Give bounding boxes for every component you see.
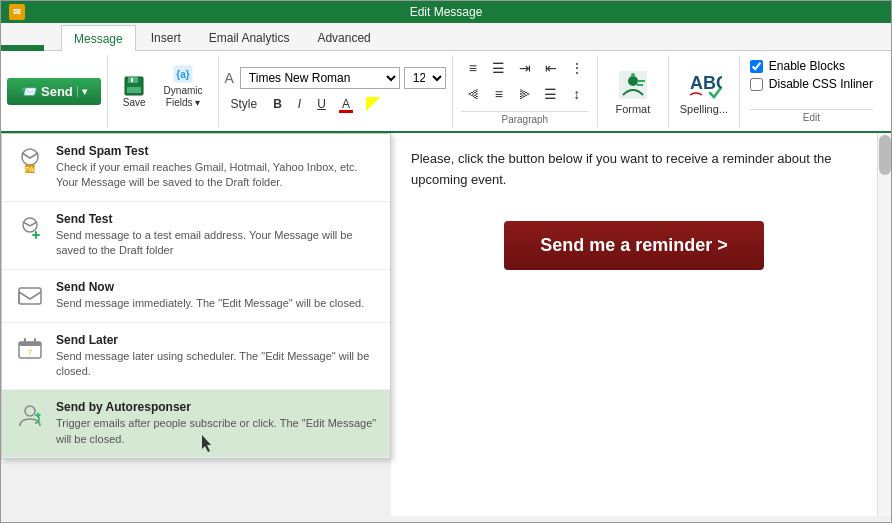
- ribbon: 📨 Send ▾ Save: [1, 51, 891, 133]
- justify-button[interactable]: ☰: [539, 83, 563, 105]
- font-color-indicator: [339, 110, 353, 113]
- autoresponder-title: Send by Autoresponser: [56, 400, 378, 414]
- italic-button[interactable]: I: [292, 93, 307, 115]
- highlight-button[interactable]: [360, 93, 386, 115]
- title-bar: ✉ Edit Message: [1, 1, 891, 23]
- font-icon: A: [225, 70, 234, 86]
- menu-item-autoresponder[interactable]: Send by Autoresponser Trigger emails aft…: [2, 390, 390, 458]
- align-buttons-row: ⫷ ≡ ⫸ ☰ ↕: [461, 83, 589, 105]
- tab-message[interactable]: Message: [61, 25, 136, 51]
- spelling-group: ABC Spelling...: [669, 55, 740, 127]
- tab-insert[interactable]: Insert: [138, 24, 194, 50]
- enable-blocks-checkbox[interactable]: [750, 60, 763, 73]
- send-later-icon: 7: [14, 333, 46, 365]
- app-icon: ✉: [9, 4, 25, 20]
- disable-css-checkbox[interactable]: [750, 78, 763, 91]
- autoresponder-desc: Trigger emails after people subscribe or…: [56, 416, 378, 447]
- line-spacing-button[interactable]: ↕: [565, 83, 589, 105]
- autoresponder-content: Send by Autoresponser Trigger emails aft…: [56, 400, 378, 447]
- format-group: Format: [598, 55, 669, 127]
- svg-point-12: [22, 149, 38, 165]
- reminder-button[interactable]: Send me a reminder >: [504, 221, 764, 270]
- now-title: Send Now: [56, 280, 378, 294]
- spelling-label: Spelling...: [680, 103, 728, 115]
- svg-rect-16: [19, 288, 41, 304]
- menu-item-send-later[interactable]: 7 Send Later Send message later using sc…: [2, 323, 390, 391]
- svg-point-9: [628, 76, 638, 86]
- ordered-list-button[interactable]: ≡: [461, 57, 485, 79]
- font-color-button[interactable]: A: [336, 93, 356, 115]
- send-button[interactable]: 📨 Send ▾: [7, 78, 101, 105]
- font-size-select[interactable]: 12: [404, 67, 446, 89]
- later-content: Send Later Send message later using sche…: [56, 333, 378, 380]
- style-button[interactable]: Style: [225, 93, 264, 115]
- save-icon: Save: [123, 75, 146, 108]
- more-options-button[interactable]: ⋮: [565, 57, 589, 79]
- later-title: Send Later: [56, 333, 378, 347]
- edit-label: Edit: [750, 109, 873, 123]
- paragraph-label: Paragraph: [461, 111, 589, 125]
- send-test-icon: [14, 212, 46, 244]
- send-dropdown-arrow[interactable]: ▾: [77, 86, 87, 97]
- spam-test-desc: Check if your email reaches Gmail, Hotma…: [56, 160, 378, 191]
- scrollbar-thumb[interactable]: [879, 135, 891, 175]
- dynamic-fields-button[interactable]: {a} DynamicFields ▾: [157, 60, 210, 122]
- spelling-button[interactable]: ABC Spelling...: [679, 66, 729, 116]
- bold-button[interactable]: B: [267, 93, 288, 115]
- tab-advanced[interactable]: Advanced: [304, 24, 383, 50]
- spam-test-icon: SPAM: [14, 144, 46, 176]
- autoresponder-icon: [14, 400, 46, 432]
- highlight-icon: [366, 97, 380, 111]
- svg-rect-5: [131, 78, 133, 82]
- spam-test-content: Send Spam Test Check if your email reach…: [56, 144, 378, 191]
- align-left-button[interactable]: ⫷: [461, 83, 485, 105]
- save-button[interactable]: Save: [116, 60, 153, 122]
- main-area: SPAM Send Spam Test Check if your email …: [1, 133, 891, 516]
- later-desc: Send message later using scheduler. The …: [56, 349, 378, 380]
- font-family-select[interactable]: Times New Roman: [240, 67, 400, 89]
- enable-blocks-row[interactable]: Enable Blocks: [750, 59, 873, 73]
- send-now-icon: [14, 280, 46, 312]
- tab-email-analytics[interactable]: Email Analytics: [196, 24, 303, 50]
- svg-rect-19: [19, 342, 41, 346]
- paragraph-group: ≡ ☰ ⇥ ⇤ ⋮ ⫷ ≡ ⫸ ☰ ↕ Paragraph: [453, 55, 598, 127]
- test-desc: Send message to a test email address. Yo…: [56, 228, 378, 259]
- test-content: Send Test Send message to a test email a…: [56, 212, 378, 259]
- svg-text:SPAM: SPAM: [20, 166, 39, 173]
- svg-text:ABC: ABC: [690, 73, 722, 93]
- menu-item-send-now[interactable]: Send Now Send message immediately. The "…: [2, 270, 390, 323]
- menu-item-send-spam-test[interactable]: SPAM Send Spam Test Check if your email …: [2, 134, 390, 202]
- svg-rect-4: [127, 87, 141, 93]
- ribbon-tabs: File Message Insert Email Analytics Adva…: [1, 23, 891, 51]
- disable-css-inliner-row[interactable]: Disable CSS Inliner: [750, 77, 873, 91]
- enable-blocks-label: Enable Blocks: [769, 59, 845, 73]
- align-right-button[interactable]: ⫸: [513, 83, 537, 105]
- svg-text:7: 7: [28, 349, 32, 356]
- save-dynamic-group: Save {a} DynamicFields ▾: [108, 55, 219, 127]
- disable-css-label: Disable CSS Inliner: [769, 77, 873, 91]
- scrollbar[interactable]: [877, 133, 891, 516]
- align-center-button[interactable]: ≡: [487, 83, 511, 105]
- svg-text:✉: ✉: [13, 7, 21, 17]
- email-content-area[interactable]: Please, click the button below if you wa…: [391, 133, 877, 516]
- font-row-1: A Times New Roman 12: [225, 67, 446, 89]
- format-button[interactable]: Format: [608, 66, 658, 116]
- indent-button[interactable]: ⇥: [513, 57, 537, 79]
- font-group: A Times New Roman 12 Style B I: [219, 55, 453, 127]
- menu-item-send-test[interactable]: Send Test Send message to a test email a…: [2, 202, 390, 270]
- now-content: Send Now Send message immediately. The "…: [56, 280, 378, 311]
- underline-button[interactable]: U: [311, 93, 332, 115]
- app-window: ✉ Edit Message File Message Insert Email…: [0, 0, 892, 523]
- outdent-button[interactable]: ⇤: [539, 57, 563, 79]
- send-icon: 📨: [21, 84, 37, 99]
- list-buttons-row: ≡ ☰ ⇥ ⇤ ⋮: [461, 57, 589, 79]
- save-btn-group: Save: [116, 60, 153, 122]
- svg-text:{a}: {a}: [176, 69, 189, 80]
- spam-test-title: Send Spam Test: [56, 144, 378, 158]
- window-title: Edit Message: [410, 5, 483, 19]
- svg-point-23: [25, 406, 35, 416]
- test-title: Send Test: [56, 212, 378, 226]
- unordered-list-button[interactable]: ☰: [487, 57, 511, 79]
- now-desc: Send message immediately. The "Edit Mess…: [56, 296, 378, 311]
- send-group: 📨 Send ▾: [1, 55, 108, 127]
